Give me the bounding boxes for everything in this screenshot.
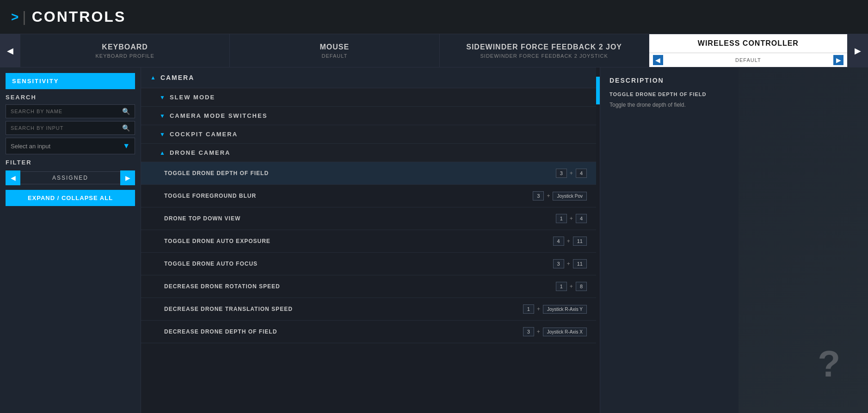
filter-section: FILTER ◀ ASSIGNED ▶ — [6, 159, 135, 185]
tab-wireless-top: WIRELESS CONTROLLER — [649, 34, 847, 53]
sidebar: SENSITIVITY SEARCH 🔍 🔍 Select an input ▼… — [0, 67, 141, 413]
key-4c: 4 — [553, 237, 564, 246]
key-plus-8: + — [537, 328, 540, 335]
tab-wireless-next[interactable]: ▶ — [833, 55, 843, 65]
arrow-icon: > — [11, 10, 18, 24]
control-foreground-blur-binding: 3 + Joystick Pov — [533, 191, 587, 200]
key-joystick-pov: Joystick Pov — [553, 192, 587, 200]
scrollbar-track[interactable] — [596, 67, 600, 413]
control-drone-translation-binding: 1 + Joystick R-Axis Y — [523, 304, 587, 314]
sensitivity-button[interactable]: SENSITIVITY — [6, 73, 135, 89]
control-foreground-blur-label: TOGGLE FOREGROUND BLUR — [164, 193, 533, 199]
filter-next-button[interactable]: ▶ — [120, 170, 135, 185]
cockpit-camera-chevron: ▼ — [160, 131, 165, 138]
tab-keyboard-label: KEYBOARD — [102, 43, 148, 51]
question-mark-decoration: ? — [818, 343, 840, 385]
key-1a: 1 — [556, 214, 567, 223]
tab-wireless-controller[interactable]: WIRELESS CONTROLLER ◀ DEFAULT ▶ — [649, 34, 848, 67]
search-name-icon: 🔍 — [122, 108, 130, 115]
page-title: CONTROLS — [32, 8, 126, 25]
tab-keyboard-sub: KEYBOARD PROFILE — [95, 53, 154, 59]
tab-bar: ◀ KEYBOARD KEYBOARD PROFILE MOUSE DEFAUL… — [0, 34, 868, 67]
camera-mode-chevron: ▼ — [160, 113, 165, 119]
filter-nav: ◀ ASSIGNED ▶ — [6, 170, 135, 185]
tab-keyboard[interactable]: KEYBOARD KEYBOARD PROFILE — [20, 34, 230, 67]
control-drone-top-down-binding: 1 + 4 — [556, 214, 587, 223]
key-plus-2: + — [547, 193, 550, 199]
description-item-text: Toggle the drone depth of field. — [609, 101, 729, 109]
subcategory-slew-mode[interactable]: ▼ SLEW MODE — [141, 88, 596, 107]
select-input-dropdown[interactable]: Select an input ▼ — [6, 138, 135, 154]
control-drone-auto-focus-binding: 3 + 11 — [553, 259, 587, 268]
control-drone-auto-focus-label: TOGGLE DRONE AUTO FOCUS — [164, 261, 553, 267]
key-3b: 3 — [533, 191, 544, 200]
tab-mouse-label: MOUSE — [320, 43, 350, 51]
search-by-name-input[interactable] — [11, 109, 119, 114]
key-plus-4: + — [567, 238, 570, 244]
select-chevron-icon: ▼ — [123, 142, 130, 150]
filter-value: ASSIGNED — [20, 171, 120, 184]
expand-collapse-button[interactable]: EXPAND / COLLAPSE ALL — [6, 190, 135, 206]
control-drone-auto-exposure-label: TOGGLE DRONE AUTO EXPOSURE — [164, 238, 553, 244]
subcategory-cockpit-camera[interactable]: ▼ COCKPIT CAMERA — [141, 125, 596, 144]
description-item-title: TOGGLE DRONE DEPTH OF FIELD — [609, 91, 729, 97]
main-layout: SENSITIVITY SEARCH 🔍 🔍 Select an input ▼… — [0, 67, 868, 413]
key-plus-7: + — [537, 306, 540, 312]
control-drone-auto-focus[interactable]: TOGGLE DRONE AUTO FOCUS 3 + 11 — [141, 253, 596, 275]
tab-mouse[interactable]: MOUSE DEFAULT — [230, 34, 439, 67]
tab-next-arrow[interactable]: ▶ — [848, 34, 868, 67]
key-plus-3: + — [570, 215, 573, 222]
control-drone-dof-label: DECREASE DRONE DEPTH OF FIELD — [164, 328, 523, 335]
camera-mode-label: CAMERA MODE SWITCHES — [170, 112, 267, 119]
filter-prev-button[interactable]: ◀ — [6, 170, 20, 185]
description-title: DESCRIPTION — [609, 77, 729, 84]
category-camera-label: CAMERA — [160, 74, 194, 81]
tab-sidewinder-label: SIDEWINDER FORCE FEEDBACK 2 JOY — [466, 43, 622, 51]
control-toggle-foreground-blur[interactable]: TOGGLE FOREGROUND BLUR 3 + Joystick Pov — [141, 185, 596, 207]
subcategory-drone-camera[interactable]: ▲ DRONE CAMERA — [141, 144, 596, 162]
subcategory-camera-mode-switches[interactable]: ▼ CAMERA MODE SWITCHES — [141, 107, 596, 125]
filter-label: FILTER — [6, 159, 135, 166]
key-8: 8 — [576, 282, 587, 291]
key-3c: 3 — [553, 259, 564, 268]
control-drone-auto-exposure[interactable]: TOGGLE DRONE AUTO EXPOSURE 4 + 11 — [141, 230, 596, 253]
scrollbar-thumb[interactable] — [596, 77, 600, 104]
control-drone-top-down[interactable]: DRONE TOP DOWN VIEW 1 + 4 — [141, 207, 596, 230]
tab-sidewinder[interactable]: SIDEWINDER FORCE FEEDBACK 2 JOY SIDEWIND… — [440, 34, 649, 67]
search-by-input-wrap: 🔍 — [6, 121, 135, 135]
tab-sidewinder-sub: SIDEWINDER FORCE FEEDBACK 2 JOYSTICK — [480, 53, 608, 59]
category-camera[interactable]: ▲ CAMERA — [141, 67, 596, 88]
right-decoration: ? — [739, 67, 868, 413]
header-separator: | — [22, 8, 26, 25]
drone-camera-chevron: ▲ — [160, 150, 165, 156]
key-3: 3 — [556, 169, 567, 178]
control-drone-translation-speed[interactable]: DECREASE DRONE TRANSLATION SPEED 1 + Joy… — [141, 298, 596, 321]
control-drone-dof-binding: 3 + Joystick R-Axis X — [523, 327, 587, 336]
control-drone-rotation-binding: 1 + 8 — [556, 282, 587, 291]
slew-mode-label: SLEW MODE — [170, 94, 215, 101]
key-3d: 3 — [523, 327, 534, 336]
key-1b: 1 — [556, 282, 567, 291]
header: > | CONTROLS — [0, 0, 868, 34]
tab-wireless-prev[interactable]: ◀ — [653, 55, 663, 65]
control-toggle-drone-depth-label: TOGGLE DRONE DEPTH OF FIELD — [164, 170, 556, 176]
tab-prev-arrow[interactable]: ◀ — [0, 34, 20, 67]
control-drone-rotation-speed-label: DECREASE DRONE ROTATION SPEED — [164, 283, 556, 290]
key-plus-5: + — [567, 261, 570, 267]
drone-camera-label: DRONE CAMERA — [170, 149, 231, 156]
description-panel: DESCRIPTION TOGGLE DRONE DEPTH OF FIELD … — [600, 67, 739, 413]
key-11a: 11 — [573, 237, 587, 246]
search-by-input-input[interactable] — [11, 125, 119, 131]
content-area: ▲ CAMERA ▼ SLEW MODE ▼ CAMERA MODE SWITC… — [141, 67, 868, 413]
tab-wireless-label: WIRELESS CONTROLLER — [698, 39, 799, 48]
search-section: SEARCH 🔍 🔍 Select an input ▼ — [6, 94, 135, 154]
control-toggle-drone-depth[interactable]: TOGGLE DRONE DEPTH OF FIELD 3 + 4 — [141, 162, 596, 185]
search-label: SEARCH — [6, 94, 135, 101]
key-1c: 1 — [523, 304, 534, 314]
controls-list: ▲ CAMERA ▼ SLEW MODE ▼ CAMERA MODE SWITC… — [141, 67, 596, 413]
control-drone-translation-label: DECREASE DRONE TRANSLATION SPEED — [164, 306, 523, 312]
control-drone-rotation-speed[interactable]: DECREASE DRONE ROTATION SPEED 1 + 8 — [141, 275, 596, 298]
key-plus-1: + — [570, 170, 573, 176]
key-joystick-r-axis-x: Joystick R-Axis X — [543, 328, 587, 336]
control-drone-depth-of-field[interactable]: DECREASE DRONE DEPTH OF FIELD 3 + Joysti… — [141, 321, 596, 343]
